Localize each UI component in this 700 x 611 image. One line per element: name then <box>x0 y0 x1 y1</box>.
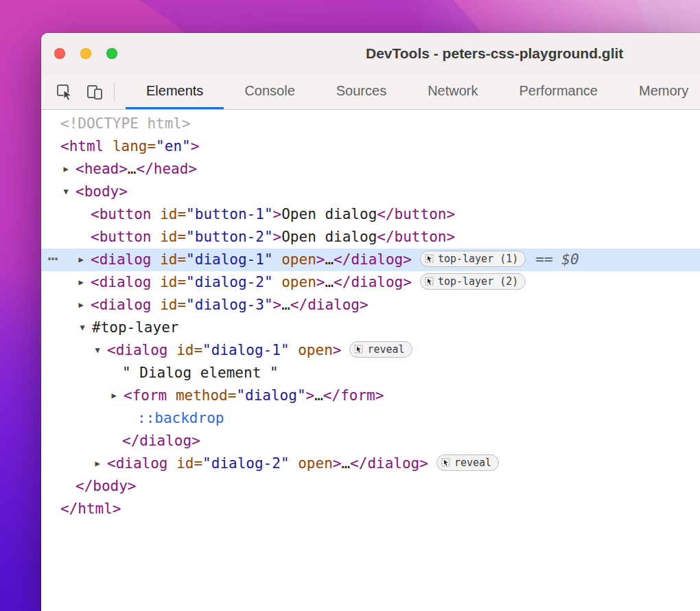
dom-tree-row[interactable]: <html lang="en"> <box>41 135 700 158</box>
expand-arrow-down-icon[interactable]: ▼ <box>75 316 89 339</box>
code-token: … <box>325 274 334 290</box>
reveal-badge[interactable]: reveal <box>436 454 499 471</box>
code-token: "button-2" <box>186 229 272 245</box>
dom-tree-row[interactable]: </body> <box>41 475 700 498</box>
device-toolbar-icon[interactable] <box>85 82 104 102</box>
code-token: id= <box>160 274 186 290</box>
expand-arrow-right-icon[interactable]: ▶ <box>59 158 73 181</box>
code-token: … <box>128 161 137 177</box>
inspect-target-icon <box>425 277 434 286</box>
console-equals-operator: == <box>535 251 561 268</box>
dom-tree-row[interactable]: </html> <box>41 498 700 520</box>
tab-sources[interactable]: Sources <box>316 74 407 109</box>
expand-arrow-right-icon[interactable]: ▶ <box>74 249 88 271</box>
code-token: <body> <box>75 183 128 200</box>
expand-arrow-right-icon[interactable]: ▶ <box>74 294 88 316</box>
dom-tree-row[interactable]: <button id="button-2">Open dialog</butto… <box>41 226 700 249</box>
code-token: > <box>273 297 282 313</box>
code-token: > <box>273 229 282 245</box>
tab-console[interactable]: Console <box>224 74 315 109</box>
dom-tree-row[interactable]: ▼<dialog id="dialog-1" open>reveal <box>41 339 700 362</box>
code-token: " Dialog element " <box>122 365 279 381</box>
code-token: > <box>333 342 342 358</box>
code-token <box>273 274 282 290</box>
badge-label: top-layer (1) <box>438 252 518 266</box>
zoom-button[interactable] <box>106 48 117 59</box>
dom-tree-row[interactable]: <!DOCTYPE html> <box>41 113 700 135</box>
code-token: id= <box>176 455 202 472</box>
dom-tree-row[interactable]: </dialog> <box>41 430 700 452</box>
top-layer-badge[interactable]: top-layer (2) <box>420 273 526 290</box>
devtools-tabbar: ElementsConsoleSourcesNetworkPerformance… <box>41 74 700 110</box>
expand-arrow-right-icon[interactable]: ▶ <box>91 452 104 475</box>
dom-tree-row[interactable]: " Dialog element " <box>41 362 700 384</box>
top-layer-badge[interactable]: top-layer (1) <box>420 251 526 267</box>
code-token: … <box>341 455 350 472</box>
dom-tree-row[interactable]: ▶<dialog id="dialog-2" open>…</dialog>to… <box>41 271 700 294</box>
code-token: <dialog <box>91 251 152 268</box>
console-last-selected-variable: $0 <box>561 251 579 268</box>
code-token <box>152 251 161 268</box>
code-token: id= <box>160 229 186 245</box>
reveal-badge[interactable]: reveal <box>349 341 412 358</box>
dom-tree-row[interactable]: ⋯▶<dialog id="dialog-1" open>…</dialog>t… <box>41 249 700 271</box>
code-token: open <box>281 274 316 290</box>
dom-tree-row[interactable]: ▶<dialog id="dialog-3">…</dialog> <box>41 294 700 316</box>
code-token: </head> <box>137 161 198 177</box>
dom-tree: <!DOCTYPE html><html lang="en">▶<head>…<… <box>41 113 700 520</box>
code-token: </button> <box>377 229 455 245</box>
more-actions-icon[interactable]: ⋯ <box>44 249 62 269</box>
code-token: … <box>314 387 323 404</box>
expand-arrow-right-icon[interactable]: ▶ <box>107 384 121 407</box>
code-token: id= <box>160 251 186 268</box>
code-token: > <box>316 274 325 290</box>
code-token: > <box>191 138 200 154</box>
tab-elements[interactable]: Elements <box>126 74 224 109</box>
code-token <box>152 274 161 290</box>
tab-network[interactable]: Network <box>407 74 498 109</box>
panel-tabs: ElementsConsoleSourcesNetworkPerformance… <box>126 74 700 109</box>
dom-tree-row[interactable]: ▶<dialog id="dialog-2" open>…</dialog>re… <box>41 452 700 475</box>
code-token: <dialog <box>107 342 168 358</box>
code-token: id= <box>160 206 186 222</box>
badge-label: reveal <box>367 343 404 356</box>
code-token <box>168 455 177 472</box>
dom-tree-row[interactable]: ::backdrop <box>41 407 700 430</box>
minimize-button[interactable] <box>80 48 91 59</box>
window-titlebar[interactable]: DevTools - peters-css-playground.glit <box>41 33 700 74</box>
code-token <box>152 206 161 222</box>
close-button[interactable] <box>54 48 65 59</box>
code-token: "en" <box>156 138 191 154</box>
code-token: </form> <box>323 387 384 404</box>
code-token: method= <box>176 387 237 404</box>
code-token: </dialog> <box>290 297 369 313</box>
expand-arrow-right-icon[interactable]: ▶ <box>74 271 88 294</box>
code-token: > <box>273 206 282 222</box>
code-token: open <box>298 455 333 472</box>
tab-memory[interactable]: Memory <box>618 74 700 109</box>
code-token: <button <box>91 229 152 245</box>
dom-tree-row[interactable]: ▼<body> <box>41 181 700 203</box>
code-token: Open dialog <box>281 206 377 222</box>
code-token: ::backdrop <box>137 410 224 426</box>
code-token: "dialog-3" <box>186 297 272 313</box>
code-token: "dialog-2" <box>186 274 272 290</box>
code-token: > <box>316 251 325 268</box>
expand-arrow-down-icon[interactable]: ▼ <box>91 339 104 362</box>
badge-label: reveal <box>454 456 491 470</box>
code-token <box>290 455 299 472</box>
code-token: #top-layer <box>92 319 178 336</box>
code-token: open <box>298 342 333 358</box>
expand-arrow-down-icon[interactable]: ▼ <box>59 181 73 203</box>
tab-performance[interactable]: Performance <box>499 74 619 109</box>
dom-tree-row[interactable]: ▶<form method="dialog">…</form> <box>41 384 700 407</box>
code-token: id= <box>176 342 202 358</box>
code-token: </dialog> <box>334 274 412 290</box>
dom-tree-row[interactable]: ▶<head>…</head> <box>41 158 700 181</box>
inspect-element-icon[interactable] <box>55 82 74 102</box>
code-token: <dialog <box>91 274 152 290</box>
code-token: </body> <box>75 478 137 494</box>
dom-tree-row[interactable]: ▼#top-layer <box>41 316 700 339</box>
dom-tree-row[interactable]: <button id="button-1">Open dialog</butto… <box>41 203 700 226</box>
code-token: "button-1" <box>186 206 272 222</box>
